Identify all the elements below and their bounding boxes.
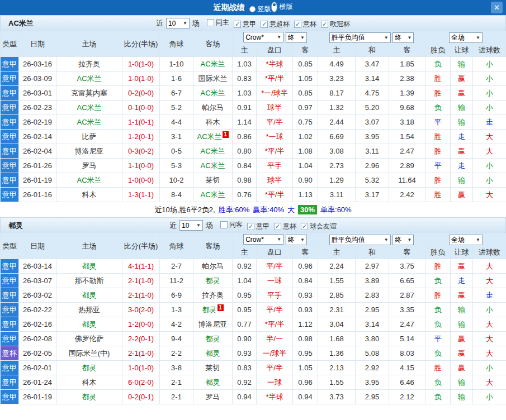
score-cell: 1-2(0-1) [122, 130, 160, 144]
away-odds-cell: 0.97 [293, 101, 318, 115]
league-cell: 意甲 [1, 274, 19, 288]
result-cell: 平 [425, 115, 451, 130]
mean-stage-select[interactable]: 终▼ [392, 32, 414, 43]
result-cell: 负 [425, 375, 451, 390]
score-cell: 2-1(1-0) [122, 288, 160, 303]
scope-select[interactable]: 全场▼ [449, 32, 483, 43]
corner-cell: 5-3 [160, 159, 193, 173]
match-count-select[interactable]: 10 ▼ [166, 18, 190, 28]
away-odds-cell: 0.96 [293, 259, 318, 274]
away-team-cell: 都灵 [193, 375, 233, 390]
filter-checkbox[interactable]: ✓意甲 [234, 20, 256, 29]
filter-checkbox[interactable]: ✓意杯 [294, 20, 316, 29]
chevron-down-icon: ▼ [476, 35, 480, 40]
league-cell: 意甲 [1, 259, 19, 274]
mean-away-cell: 3.18 [389, 115, 425, 130]
red-card-badge: 1 [223, 131, 229, 138]
mean-home-cell: 1.29 [318, 173, 356, 188]
league-cell: 意甲 [1, 303, 19, 317]
chevron-down-icon: ▼ [407, 35, 412, 40]
home-odds-cell: 0.95 [233, 303, 257, 317]
summary-cover-rate: 赢率:40% [253, 205, 284, 215]
goals-result-cell: 走 [473, 115, 506, 130]
result-cell: 负 [425, 317, 451, 332]
score-cell: 1-2(0-0) [122, 317, 160, 332]
date-cell: 26-03-14 [19, 259, 56, 274]
goals-result-cell: 小 [473, 101, 506, 115]
checkbox-label: 意杯 [303, 20, 316, 29]
away-team-cell: 都灵1 [193, 303, 233, 317]
team-name: 都灵 [82, 262, 97, 270]
odds-source-select[interactable]: Crow*▼ [243, 234, 283, 245]
mean-draw-cell: 4.75 [356, 86, 389, 101]
date-cell: 26-02-05 [19, 346, 56, 361]
home-team-cell: 拉齐奥 [56, 57, 122, 71]
match-count-select[interactable]: 10 ▼ [179, 220, 203, 231]
league-cell: 意甲 [1, 375, 19, 390]
date-cell: 26-02-23 [19, 101, 56, 115]
checkbox-icon: ✓ [294, 21, 301, 28]
score-cell: 1-1(0-0) [122, 159, 160, 173]
filter-checkbox[interactable]: ✓意甲 [247, 222, 269, 231]
mean-type-select[interactable]: 胜平负均值▼ [329, 32, 391, 43]
team-name: 罗马 [82, 161, 97, 170]
date-cell: 26-02-01 [19, 361, 56, 375]
mean-home-cell: 3.23 [318, 71, 356, 86]
team-section-ac-milan: AC米兰 近 10 ▼ 场 同主✓意甲✓意超杯✓意杯✓欧冠杯 [0, 15, 506, 217]
games-label: 场 [192, 18, 200, 28]
date-cell: 26-01-26 [19, 159, 56, 173]
filter-checkbox[interactable]: ✓意超杯 [261, 20, 290, 29]
mean-type-value: 胜平负均值 [332, 235, 365, 245]
odds-source-select[interactable]: Crow*▼ [243, 32, 283, 42]
team-name: 拉齐奥 [78, 60, 100, 68]
recent-results-window: 近期战绩 竖版横版 ✕ AC米兰 近 10 ▼ 场 同主✓意甲✓意超杯✓意杯✓欧… [0, 0, 506, 420]
filter-checkbox[interactable]: 同客 [220, 220, 243, 230]
league-cell: 意杯 [1, 346, 19, 361]
mean-draw-cell: 3.80 [356, 332, 389, 346]
home-team-cell: AC米兰 [56, 115, 122, 130]
match-row: 意甲26-01-26罗马1-1(0-0)5-3AC米兰0.84平手1.042.7… [1, 159, 506, 173]
mean-stage-select[interactable]: 终▼ [392, 235, 414, 245]
odds-stage-select[interactable]: 终▼ [286, 32, 307, 43]
handicap-result-cell: 走 [451, 130, 473, 144]
match-row: 意甲26-03-14都灵4-1(1-1)2-7帕尔马0.92平/半0.962.2… [1, 259, 506, 274]
handicap-cell: 半/一 [257, 332, 293, 346]
team-name: AC米兰 [200, 147, 225, 155]
close-button[interactable]: ✕ [491, 2, 503, 13]
result-cell: 胜 [425, 144, 451, 159]
checkbox-label: 同客 [229, 220, 243, 230]
col-odds-away: 客 [293, 44, 318, 57]
layout-option-radio[interactable]: 竖版 [249, 4, 271, 14]
handicap-cell: *平/半 [257, 317, 293, 332]
chevron-down-icon: ▼ [277, 237, 281, 242]
away-team-cell: AC米兰1 [193, 130, 233, 144]
col-handicap-result: 让球 [451, 246, 473, 259]
match-row: 意甲26-01-19都灵0-2(0-1)2-1罗马0.94*半球0.943.73… [1, 390, 506, 404]
goals-result-cell: 小 [473, 86, 506, 101]
mean-home-cell: 1.55 [318, 375, 356, 390]
result-cell: 胜 [425, 361, 451, 375]
radio-label: 横版 [280, 2, 293, 12]
odds-stage-select[interactable]: 终▼ [286, 235, 307, 245]
result-cell: 平 [425, 159, 451, 173]
handicap-cell: 平/半 [257, 259, 293, 274]
odds-source-value: Crow* [245, 34, 264, 41]
filter-checkbox[interactable]: ✓欧冠杯 [321, 20, 350, 29]
scope-select[interactable]: 全场▼ [449, 235, 483, 245]
ac-milan-results-table: 类型 日期 主场 比分(半场) 角球 客场 Crow*▼ 终▼ 胜平负均值▼ 终… [0, 31, 506, 202]
filter-checkbox[interactable]: ✓球会友谊 [301, 222, 337, 231]
team-name: AC米兰 [77, 103, 101, 112]
layout-option-radio[interactable]: 横版 [271, 2, 293, 12]
filter-checkbox[interactable]: 同主 [207, 18, 229, 27]
odds-group-header: Crow*▼ 终▼ [233, 233, 318, 246]
filter-bar: 近 10 ▼ 场 同主✓意甲✓意超杯✓意杯✓欧冠杯 [156, 18, 350, 29]
mean-away-cell: 2.12 [389, 390, 425, 404]
home-odds-cell: 0.83 [233, 361, 257, 375]
scope-group-header: 全场▼ [425, 233, 506, 246]
home-team-cell: AC米兰 [56, 101, 122, 115]
filter-checkbox[interactable]: ✓意杯 [274, 222, 296, 231]
away-odds-cell: 0.96 [293, 375, 318, 390]
mean-type-select[interactable]: 胜平负均值▼ [329, 235, 391, 245]
mean-home-cell: 3.04 [318, 317, 356, 332]
mean-away-cell: 2.47 [389, 317, 425, 332]
